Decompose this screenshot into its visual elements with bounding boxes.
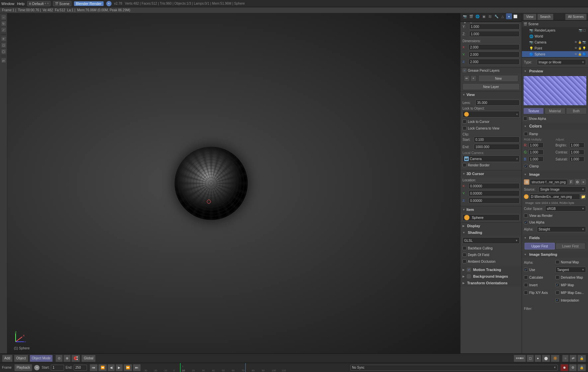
prop-material-icon[interactable]: ● — [506, 13, 512, 19]
tangent-select[interactable]: Tangent ▼ — [555, 267, 586, 273]
sync-select[interactable]: No Sync ▼ — [350, 365, 558, 371]
playback-btn[interactable]: Playback — [14, 364, 33, 371]
mt-checkbox[interactable]: ✓ — [467, 268, 471, 272]
play-reverse-btn[interactable]: ◀ — [108, 364, 115, 371]
editor-link[interactable]: ⇌ — [569, 355, 577, 362]
display-section-header[interactable]: ▶ Display — [461, 223, 522, 229]
shading-section-header[interactable]: ▼ Shading — [461, 229, 522, 236]
tree-world[interactable]: 🌐 World — [522, 33, 588, 39]
item-section-header[interactable]: ▼ Item — [461, 206, 522, 213]
jump-end-btn[interactable]: ⏭ — [133, 364, 141, 371]
alpha-select[interactable]: Straight ▼ — [537, 226, 586, 232]
tree-renderlayers[interactable]: 📷 RenderLayers 📷 ▢ — [522, 27, 588, 33]
fields-section-header[interactable]: ▼ Fields — [522, 234, 588, 241]
transform-icon[interactable]: ⊕ — [63, 355, 71, 362]
record-btn[interactable]: ⏺ — [560, 364, 568, 371]
contras-field[interactable]: 1.000 — [569, 149, 584, 155]
colors-section-header[interactable]: ▼ Colors — [522, 123, 588, 130]
play-btn[interactable]: ▶ — [116, 364, 123, 371]
timeline-lock-btn[interactable]: 🔒 — [577, 364, 586, 371]
tool-scale[interactable]: ⤢ — [1, 27, 6, 33]
type-select[interactable]: Image or Movie ▼ — [537, 59, 586, 65]
f-btn[interactable]: F — [568, 179, 574, 185]
tool-rotate[interactable]: ↻ — [1, 21, 6, 26]
source-select[interactable]: Single Image ▼ — [539, 186, 586, 192]
clip-end-field[interactable]: 1000.000 — [474, 144, 520, 150]
viewport-shade-solid[interactable]: ● — [535, 355, 541, 362]
gp-edit-icon[interactable]: ✏ — [464, 75, 470, 81]
tool-yo[interactable]: yo — [1, 58, 6, 63]
backface-checkbox[interactable] — [462, 246, 466, 250]
view-btn[interactable]: View — [523, 14, 537, 20]
timeline-ruler[interactable]: -30 -20 -10 0 10 20 30 40 50 60 70 80 90… — [143, 363, 348, 372]
show-alpha-checkbox[interactable] — [523, 117, 527, 121]
material-btn[interactable]: Material — [545, 108, 565, 114]
glsl-field[interactable]: GLSL ▼ — [462, 237, 520, 244]
view-as-render-checkbox[interactable] — [524, 214, 528, 218]
clamp-checkbox[interactable] — [524, 164, 528, 168]
tree-point[interactable]: 💡 Point 👁 🔒 💡 — [522, 45, 588, 51]
viewport-shade-wire[interactable]: ◻ — [527, 355, 534, 362]
texture-btn[interactable]: Texture — [523, 108, 544, 114]
proportional-btn[interactable]: ○ — [562, 355, 569, 362]
object-btn[interactable]: Object — [14, 355, 28, 362]
snap-icon[interactable]: 🧲 — [71, 355, 80, 362]
cam-close[interactable]: × — [516, 157, 518, 161]
timeline-settings-btn[interactable]: ⚙ — [569, 364, 577, 371]
workspace-add[interactable]: + — [44, 2, 46, 5]
interpolation-checkbox[interactable] — [555, 298, 559, 302]
background-images-header[interactable]: ▶ Background Images — [461, 273, 522, 280]
prop-data-icon[interactable]: △ — [500, 13, 506, 19]
filepath-browse-btn[interactable]: 📁 — [581, 194, 586, 199]
gp-add-icon[interactable]: + — [470, 75, 476, 81]
search-btn[interactable]: Search — [537, 14, 554, 20]
cursor-y-field[interactable]: 0.00000 — [468, 190, 520, 196]
prop-scene-icon[interactable]: 🎬 — [468, 13, 474, 19]
pivot-icon[interactable]: ⊙ — [55, 355, 63, 362]
brightn-field[interactable]: 1.000 — [569, 142, 584, 148]
prop-render-icon[interactable]: 📷 — [462, 13, 468, 19]
camera-field[interactable]: 📷 Camera × — [462, 155, 520, 162]
menu-help[interactable]: Help — [17, 2, 25, 6]
dim-x-field[interactable]: 2.000 — [468, 44, 520, 50]
mip-map-gau-checkbox[interactable] — [555, 291, 559, 295]
cursor-x-field[interactable]: 0.00000 — [468, 183, 520, 189]
end-frame-field[interactable]: 250 — [74, 365, 87, 371]
new-layer-btn[interactable]: New Layer — [462, 83, 520, 90]
image-section-header[interactable]: ▼ Image — [522, 171, 588, 178]
lock-btn[interactable]: 🔒 — [577, 355, 586, 362]
dim-z-field[interactable]: 2.000 — [468, 59, 520, 65]
clip-start-field[interactable]: 0.100 — [474, 137, 520, 142]
y-field[interactable]: 1.000 — [469, 24, 520, 30]
lock-obj-close[interactable]: × — [516, 113, 518, 116]
cursor-section-header[interactable]: ▼ 3D Cursor — [461, 170, 522, 177]
tool-translate[interactable]: ↔ — [1, 15, 6, 20]
tool-select-circle[interactable]: ◯ — [1, 49, 6, 54]
viewport-shade-tex[interactable]: ⬤ — [542, 355, 550, 362]
mip-map-checkbox[interactable] — [555, 283, 559, 287]
image-sampling-header[interactable]: ▼ Image Sampling — [522, 251, 588, 258]
z-field[interactable]: 1.000 — [469, 31, 520, 37]
tool-select[interactable]: ▢ — [1, 43, 6, 48]
tree-camera[interactable]: 📷 Camera 👁 🔒 📷 — [522, 39, 588, 45]
view-section-header[interactable]: ▼ View — [461, 91, 522, 98]
calculate-checkbox[interactable] — [524, 275, 528, 279]
all-scenes-btn[interactable]: All Scenes — [565, 14, 587, 20]
gp-new-btn[interactable]: New — [478, 75, 518, 82]
lower-first-btn[interactable]: Lower First — [555, 243, 586, 249]
jump-start-btn[interactable]: ⏮ — [90, 364, 98, 371]
menu-window[interactable]: Window — [1, 2, 14, 6]
item-name-field[interactable]: Sphere — [462, 214, 520, 221]
b-field[interactable]: 1.000 — [529, 156, 544, 162]
use-alpha-checkbox[interactable] — [524, 220, 528, 224]
use-checkbox[interactable] — [524, 268, 528, 272]
g-field[interactable]: 1.000 — [529, 149, 544, 155]
next-keyframe-btn[interactable]: ⏩ — [124, 364, 132, 371]
render-border-checkbox[interactable] — [462, 163, 466, 167]
tree-sphere[interactable]: 🔵 Sphere 👁 🔒 🔵 — [522, 51, 588, 57]
derivative-checkbox[interactable] — [555, 275, 559, 279]
normal-map-checkbox[interactable] — [555, 260, 559, 264]
lens-field[interactable]: 35.000 — [475, 100, 520, 106]
tool-cursor[interactable]: ✛ — [1, 36, 6, 42]
layers-btn[interactable] — [514, 355, 526, 362]
